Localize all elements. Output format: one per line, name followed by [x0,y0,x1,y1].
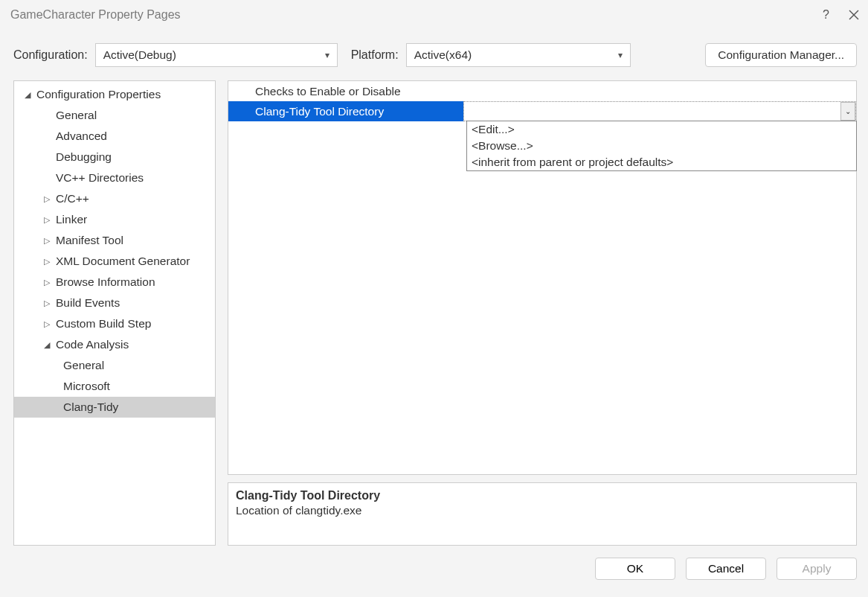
configuration-manager-button[interactable]: Configuration Manager... [705,43,857,67]
tree-item-ca-general[interactable]: General [14,355,215,376]
grid-row[interactable]: Checks to Enable or Disable [228,81,856,101]
platform-label: Platform: [351,48,399,62]
description-text: Location of clangtidy.exe [236,504,849,517]
tree-item-debugging[interactable]: Debugging [14,147,215,167]
tree-item-ca-clangtidy[interactable]: Clang-Tidy [14,397,215,418]
window-title: GameCharacter Property Pages [10,8,181,22]
help-icon[interactable]: ? [823,8,829,22]
tree-item-manifest[interactable]: ▷Manifest Tool [14,230,215,251]
tree-item-xmldoc[interactable]: ▷XML Document Generator [14,251,215,272]
titlebar: GameCharacter Property Pages ? [0,0,868,30]
dialog-footer: OK Cancel Apply [0,546,868,580]
tree-item-ca-microsoft[interactable]: Microsoft [14,376,215,397]
config-row: Configuration: Active(Debug) ▾ Platform:… [0,30,868,80]
grid-row-value[interactable]: ⌄ [463,101,856,121]
grid-row-value[interactable] [463,81,856,101]
chevron-down-icon: ▾ [325,50,329,60]
tree-item-codeanalysis[interactable]: ◢Code Analysis [14,334,215,355]
tree-item-buildevents[interactable]: ▷Build Events [14,293,215,313]
description-panel: Clang-Tidy Tool Directory Location of cl… [228,482,857,546]
dropdown-button[interactable]: ⌄ [840,102,855,121]
tree-root[interactable]: ◢Configuration Properties [14,84,215,105]
dropdown-item-browse[interactable]: <Browse...> [467,138,856,154]
property-grid: Checks to Enable or Disable Clang-Tidy T… [228,80,857,475]
close-icon[interactable] [849,10,859,20]
nav-tree[interactable]: ◢Configuration Properties General Advanc… [13,80,216,546]
ok-button[interactable]: OK [595,558,675,580]
dropdown-item-inherit[interactable]: <inherit from parent or project defaults… [467,154,856,170]
apply-button[interactable]: Apply [777,558,857,580]
configuration-value: Active(Debug) [103,48,176,62]
chevron-down-icon: ▾ [618,50,623,60]
tree-item-advanced[interactable]: Advanced [14,126,215,147]
description-title: Clang-Tidy Tool Directory [236,489,849,502]
dropdown-item-edit[interactable]: <Edit...> [467,121,856,138]
platform-value: Active(x64) [414,48,472,62]
platform-select[interactable]: Active(x64) ▾ [406,43,631,67]
value-dropdown[interactable]: <Edit...> <Browse...> <inherit from pare… [466,121,857,171]
tree-item-vcdirectories[interactable]: VC++ Directories [14,167,215,188]
configuration-select[interactable]: Active(Debug) ▾ [95,43,338,67]
tree-item-ccpp[interactable]: ▷C/C++ [14,188,215,209]
tree-item-linker[interactable]: ▷Linker [14,209,215,230]
configuration-label: Configuration: [13,48,88,62]
tree-item-custombuild[interactable]: ▷Custom Build Step [14,313,215,334]
chevron-down-icon: ⌄ [845,107,851,115]
grid-row-label: Clang-Tidy Tool Directory [228,101,463,121]
cancel-button[interactable]: Cancel [686,558,766,580]
tree-item-browseinfo[interactable]: ▷Browse Information [14,272,215,293]
tree-item-general[interactable]: General [14,105,215,126]
grid-row-label: Checks to Enable or Disable [228,81,463,101]
grid-row[interactable]: Clang-Tidy Tool Directory ⌄ [228,101,856,121]
